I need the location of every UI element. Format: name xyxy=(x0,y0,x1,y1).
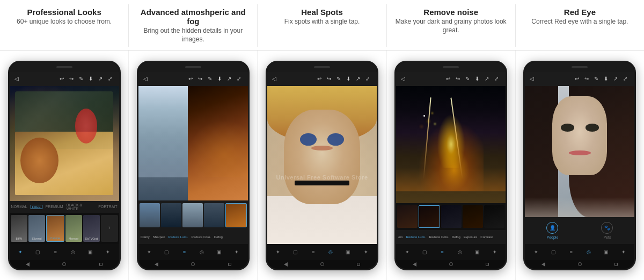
adj-sharpen[interactable]: Sharpen xyxy=(153,235,165,239)
bottom-2-crop[interactable]: ▢ xyxy=(162,247,172,257)
save-icon-5[interactable]: ⬇ xyxy=(602,75,610,83)
nav-recent-1[interactable] xyxy=(96,262,106,267)
back-icon[interactable]: ◁ xyxy=(13,75,20,83)
undo-icon-5[interactable]: ↩ xyxy=(573,75,581,83)
edit-icon-4[interactable]: ✎ xyxy=(464,75,471,83)
back-icon-4[interactable]: ◁ xyxy=(399,75,407,83)
bottom-4-eye[interactable]: ◎ xyxy=(455,247,465,257)
bottom-4-crop[interactable]: ▢ xyxy=(420,247,429,257)
adj-clarity[interactable]: Clarity xyxy=(141,235,150,239)
bottom-3-save[interactable]: ▣ xyxy=(343,247,353,257)
bottom-5-more[interactable]: ✦ xyxy=(619,247,628,257)
bottom-2-more[interactable]: ✦ xyxy=(232,247,241,257)
bottom-looks-icon[interactable]: ✦ xyxy=(16,247,25,257)
nav-recent-4[interactable] xyxy=(482,262,493,267)
edit-icon[interactable]: ✎ xyxy=(77,75,85,83)
nav-home-5[interactable] xyxy=(574,262,585,267)
noise-thumb-4[interactable] xyxy=(463,205,483,228)
nav-home-3[interactable] xyxy=(317,262,327,267)
nav-home-2[interactable] xyxy=(188,262,199,267)
noise-thumb-1[interactable] xyxy=(397,205,418,228)
bottom-2-save[interactable]: ▣ xyxy=(215,247,224,257)
bottom-2-eye[interactable]: ◎ xyxy=(197,247,207,257)
undo-icon-2[interactable]: ↩ xyxy=(187,75,194,83)
bottom-3-more[interactable]: ✦ xyxy=(361,247,371,257)
share-icon[interactable]: ↗ xyxy=(97,75,104,83)
bottom-save-icon[interactable]: ▣ xyxy=(86,247,96,257)
filter-tab-portrait[interactable]: PORTRAIT xyxy=(98,205,117,209)
nav-recent-3[interactable] xyxy=(353,262,364,267)
bottom-4-looks[interactable]: ✦ xyxy=(402,247,412,257)
nav-home-1[interactable] xyxy=(59,262,70,267)
share-icon-4[interactable]: ↗ xyxy=(483,75,491,83)
undo-icon[interactable]: ↩ xyxy=(58,75,65,83)
nav-home-4[interactable] xyxy=(445,262,456,267)
bottom-eye-icon[interactable]: ◎ xyxy=(68,247,78,257)
thumb-1[interactable] xyxy=(140,203,160,227)
bottom-4-adj[interactable]: ≡ xyxy=(437,247,447,257)
bottom-5-adj[interactable]: ≡ xyxy=(566,247,576,257)
filter-tab-normal[interactable]: NORMAL xyxy=(11,205,27,209)
save-icon-2[interactable]: ⬇ xyxy=(216,75,223,83)
bottom-3-heal[interactable]: ◎ xyxy=(326,247,335,257)
noise-adj-contrast[interactable]: Contrast xyxy=(480,235,493,239)
expand-icon[interactable]: ⤢ xyxy=(106,75,114,83)
bottom-4-save[interactable]: ▣ xyxy=(472,247,482,257)
bottom-adj-icon[interactable]: ≡ xyxy=(50,247,60,257)
filter-bw[interactable]: B&W xyxy=(11,215,27,242)
filter-cartone[interactable]: Cartone xyxy=(46,215,64,242)
edit-icon-2[interactable]: ✎ xyxy=(206,75,214,83)
save-icon-3[interactable]: ⬇ xyxy=(345,75,352,83)
filter-tab-free[interactable]: FREE xyxy=(31,205,42,209)
filter-tab-bw[interactable]: BLACK & WHITE xyxy=(67,203,96,211)
nav-recent-5[interactable] xyxy=(611,262,621,267)
edit-icon-5[interactable]: ✎ xyxy=(592,75,600,83)
redo-icon-5[interactable]: ↪ xyxy=(583,75,590,83)
redo-icon-4[interactable]: ↪ xyxy=(454,75,462,83)
bottom-crop-icon[interactable]: ▢ xyxy=(33,247,43,257)
back-icon-5[interactable]: ◁ xyxy=(528,75,536,83)
share-icon-5[interactable]: ↗ xyxy=(612,75,619,83)
noise-adj-reduce-colo[interactable]: Reduce Colo. xyxy=(429,235,449,239)
expand-icon-2[interactable]: ⤢ xyxy=(235,75,243,83)
thumb-2[interactable] xyxy=(161,203,181,227)
thumb-4[interactable] xyxy=(204,203,224,227)
filter-memory[interactable]: Memory xyxy=(65,215,82,242)
noise-adj-em[interactable]: em xyxy=(398,235,402,239)
bottom-3-looks[interactable]: ✦ xyxy=(273,247,283,257)
undo-icon-3[interactable]: ↩ xyxy=(316,75,323,83)
bottom-4-more[interactable]: ✦ xyxy=(490,247,500,257)
filter-silvered[interactable]: Silvered xyxy=(28,215,45,242)
redeye-pets-option[interactable]: 🐾 Pets xyxy=(601,222,613,239)
noise-thumb-3[interactable] xyxy=(441,205,462,228)
edit-icon-3[interactable]: ✎ xyxy=(335,75,342,83)
bottom-3-crop[interactable]: ▢ xyxy=(291,247,301,257)
nav-back-4[interactable] xyxy=(409,262,420,267)
thumb-3[interactable] xyxy=(182,203,203,227)
expand-icon-4[interactable]: ⤢ xyxy=(493,75,500,83)
noise-adj-reduce-lumi[interactable]: Reduce Lumi. xyxy=(406,235,426,239)
filter-tab-premium[interactable]: PREMIUM xyxy=(46,205,63,209)
save-icon[interactable]: ⬇ xyxy=(87,75,94,83)
redo-icon[interactable]: ↪ xyxy=(68,75,75,83)
save-icon-4[interactable]: ⬇ xyxy=(473,75,481,83)
bottom-5-crop[interactable]: ▢ xyxy=(548,247,558,257)
noise-thumb-2[interactable] xyxy=(419,205,440,228)
undo-icon-4[interactable]: ↩ xyxy=(444,75,452,83)
bottom-5-save[interactable]: ▣ xyxy=(601,247,611,257)
back-icon-2[interactable]: ◁ xyxy=(142,75,149,83)
nav-recent-2[interactable] xyxy=(224,262,235,267)
back-icon-3[interactable]: ◁ xyxy=(270,75,278,83)
bottom-5-eye[interactable]: ◎ xyxy=(584,247,594,257)
expand-icon-5[interactable]: ⤢ xyxy=(621,75,629,83)
adj-reduce-lumi[interactable]: Reduce Lumi. xyxy=(169,235,188,239)
filter-60tvgrab[interactable]: 60sTVGrab xyxy=(83,215,100,242)
expand-icon-3[interactable]: ⤢ xyxy=(364,75,371,83)
nav-back-3[interactable] xyxy=(280,262,291,267)
redo-icon-2[interactable]: ↪ xyxy=(196,75,204,83)
bottom-2-looks[interactable]: ✦ xyxy=(144,247,154,257)
bottom-more-icon[interactable]: ✦ xyxy=(103,247,113,257)
noise-thumb-5[interactable] xyxy=(484,205,504,228)
nav-back-2[interactable] xyxy=(151,262,162,267)
adj-defog[interactable]: Defog xyxy=(214,235,223,239)
